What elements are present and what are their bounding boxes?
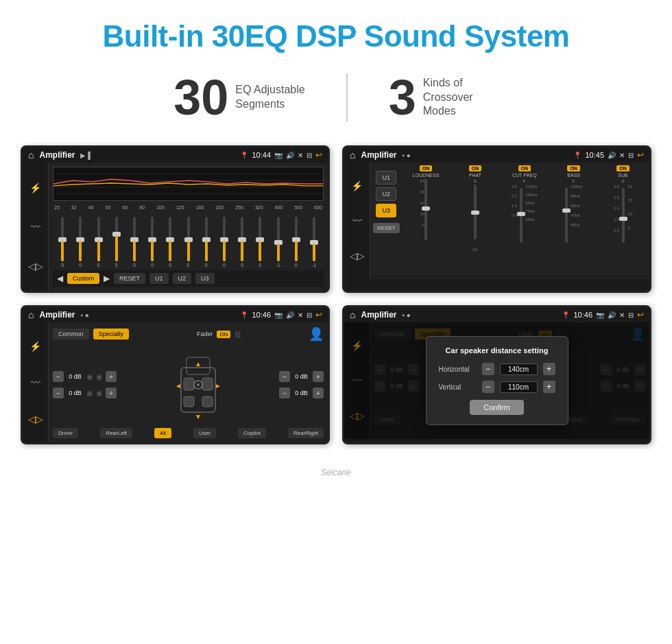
right-vol-controls: − 0 dB + − 0 dB +	[279, 371, 324, 398]
eq-slider-3: 0	[90, 217, 106, 267]
minimize-icon-s4[interactable]: ⊟	[628, 311, 634, 319]
dialog-overlay: Car speaker distance setting Horizontal …	[344, 322, 649, 439]
close-icon[interactable]: ✕	[298, 152, 303, 159]
left-vol-controls: − 0 dB ◉ ◉ + − 0 dB ◉ ◉ +	[53, 371, 117, 398]
user-btn-s3[interactable]: User	[193, 428, 216, 438]
location-icon-s3: 📍	[240, 311, 248, 319]
eq-next-btn[interactable]: ▶	[104, 274, 110, 283]
dsp-presets: U1 U2 U3 RESET	[373, 165, 400, 276]
back-icon[interactable]: ↩	[315, 150, 322, 160]
copilot-btn-s3[interactable]: Copilot	[238, 428, 266, 438]
vol-plus-1[interactable]: +	[106, 371, 117, 382]
eq-u1-btn[interactable]: U1	[149, 273, 169, 284]
home-icon[interactable]: ⌂	[28, 150, 34, 160]
eq-main: 2532405063 80100125160200 25032040050063…	[49, 163, 328, 291]
dialog-vertical-plus[interactable]: +	[543, 381, 555, 393]
stat-crossover-number: 3	[389, 73, 416, 122]
vol-plus-3[interactable]: +	[313, 371, 324, 382]
minimize-icon-s2[interactable]: ⊟	[628, 152, 634, 159]
vol-plus-2[interactable]: +	[106, 387, 117, 398]
vol-value-1: 0 dB	[67, 373, 84, 380]
dialog-vertical-minus[interactable]: −	[482, 381, 494, 393]
minimize-icon-s3[interactable]: ⊟	[307, 311, 312, 319]
close-icon-s4[interactable]: ✕	[619, 311, 625, 319]
location-icon-s4: 📍	[562, 311, 570, 319]
all-btn-s3[interactable]: All	[154, 428, 171, 438]
minimize-icon[interactable]: ⊟	[307, 152, 312, 159]
specialty-btn-s3[interactable]: Specialty	[93, 329, 130, 339]
eq-custom-btn[interactable]: Custom	[67, 273, 99, 284]
eq-slider-7: 0	[162, 217, 178, 267]
volume-ctrl-icon[interactable]: ◁▷	[28, 261, 43, 272]
vol-value-3: 0 dB	[293, 373, 310, 380]
vol-minus-2[interactable]: −	[53, 387, 64, 398]
sub-label: SUB	[618, 173, 627, 178]
speaker-layout-s3: − 0 dB ◉ ◉ + − 0 dB ◉ ◉ +	[53, 347, 324, 422]
screen2: ⌂ Amplifier ▪ ● 📍 10:45 🔊 ✕ ⊟ ↩ ⚡ 〰 ◁▷	[342, 145, 651, 293]
stats-row: 30 EQ AdjustableSegments 3 Kinds ofCross…	[0, 60, 672, 139]
wave-icon-s2[interactable]: 〰	[352, 215, 362, 226]
volume-ctrl-icon-s3[interactable]: ◁▷	[28, 414, 43, 425]
rearright-btn-s3[interactable]: RearRight	[288, 428, 324, 438]
eq-slider-11: 0	[234, 217, 250, 267]
dsp-bass: ON BASS F 100Hz90Hz80Hz70Hz60Hz	[550, 165, 597, 276]
screen3-main: Common Specialty Fader ON ||| 👤 − 0 dB ◉	[49, 322, 328, 442]
back-icon-s3[interactable]: ↩	[315, 310, 322, 320]
eq-slider-15: -1	[306, 217, 322, 267]
screen4: ⌂ Amplifier ▪ ● 📍 10:46 📷 🔊 ✕ ⊟ ↩ ⚡ 〰 ◁▷	[342, 305, 651, 444]
stat-eq-number: 30	[173, 73, 228, 122]
wave-icon[interactable]: 〰	[31, 222, 40, 232]
vol-minus-1[interactable]: −	[53, 371, 64, 382]
driver-btn-s3[interactable]: Driver	[53, 428, 78, 438]
dsp-u1-btn[interactable]: U1	[376, 171, 396, 184]
screen3-statusbar: ⌂ Amplifier ▪ ● 📍 10:46 📷 🔊 ✕ ⊟ ↩	[23, 307, 328, 322]
confirm-button[interactable]: Confirm	[470, 400, 524, 415]
eq-slider-10: 0	[216, 217, 232, 267]
wave-icon-s3[interactable]: 〰	[31, 377, 40, 388]
dialog-horizontal-minus[interactable]: −	[482, 363, 494, 375]
screen1-body: ⚡ 〰 ◁▷	[23, 163, 328, 291]
dialog-horizontal-plus[interactable]: +	[543, 363, 555, 375]
screen2-main: U1 U2 U3 RESET ON LOUDNESS 644832160	[370, 163, 649, 279]
home-icon-s3[interactable]: ⌂	[28, 309, 34, 320]
screen3-sidebar: ⚡ 〰 ◁▷	[23, 322, 49, 442]
screen1-statusbar: ⌂ Amplifier ▶ ▌ 📍 10:44 📷 🔊 ✕ ⊟ ↩	[23, 147, 328, 163]
eq-reset-btn[interactable]: RESET	[114, 273, 145, 284]
screen2-icons: ▪ ●	[402, 152, 410, 159]
loudness-label: LOUDNESS	[413, 173, 440, 178]
back-icon-s2[interactable]: ↩	[637, 150, 644, 160]
eq-u2-btn[interactable]: U2	[173, 273, 192, 284]
screen1-time: 10:44	[252, 151, 271, 159]
volume-ctrl-icon-s2[interactable]: ◁▷	[350, 250, 365, 261]
close-icon-s2[interactable]: ✕	[619, 152, 625, 159]
eq-u3-btn[interactable]: U3	[195, 273, 215, 284]
close-icon-s3[interactable]: ✕	[298, 311, 303, 319]
eq-icon-s3[interactable]: ⚡	[29, 341, 41, 352]
dsp-u2-btn[interactable]: U2	[376, 187, 396, 201]
eq-prev-btn[interactable]: ◀	[57, 274, 63, 283]
bass-label: BASS	[567, 173, 580, 178]
volume-icon-s3: 🔊	[286, 311, 294, 319]
eq-icon-s2[interactable]: ⚡	[351, 180, 363, 191]
screen2-time: 10:45	[585, 151, 604, 159]
rearleft-btn-s3[interactable]: RearLeft	[100, 428, 132, 438]
eq-icon[interactable]: ⚡	[29, 182, 41, 193]
home-icon-s4[interactable]: ⌂	[350, 309, 355, 320]
stat-eq-label: EQ AdjustableSegments	[235, 83, 304, 112]
cutfreq-sliders: 3.02.11.30.5 120Hz100Hz80Hz70Hz60Hz	[512, 184, 538, 246]
vol-minus-3[interactable]: −	[279, 371, 290, 382]
cutfreq-label: CUT FREQ	[512, 173, 537, 178]
eq-slider-8: 0	[180, 217, 196, 267]
dsp-reset-btn[interactable]: RESET	[373, 223, 400, 233]
sub-sliders: 3.02.52.01.50.5 2015105	[614, 184, 632, 246]
loudness-on: ON	[420, 165, 433, 171]
dialog-vertical-row: Vertical − 110cm +	[439, 381, 555, 393]
vol-plus-4[interactable]: +	[313, 387, 324, 398]
home-icon-s2[interactable]: ⌂	[350, 150, 355, 160]
eq-graph	[53, 167, 324, 201]
vol-minus-4[interactable]: −	[279, 387, 290, 398]
car-svg: ▲ ▼ ◄ ►	[174, 347, 222, 422]
common-btn-s3[interactable]: Common	[53, 329, 89, 339]
dsp-u3-btn[interactable]: U3	[376, 204, 396, 217]
back-icon-s4[interactable]: ↩	[637, 310, 644, 320]
